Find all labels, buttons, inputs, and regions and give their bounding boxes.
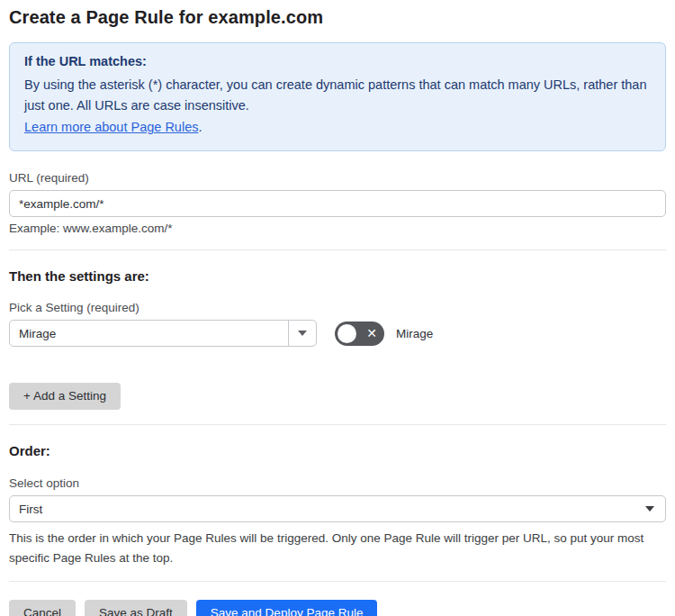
save-as-draft-button[interactable]: Save as Draft (85, 600, 187, 616)
setting-row: Mirage ✕ Mirage (9, 320, 666, 347)
order-select[interactable]: First (9, 495, 666, 522)
url-match-info-box: If the URL matches: By using the asteris… (9, 42, 666, 151)
info-box-heading: If the URL matches: (24, 54, 651, 68)
info-link-row: Learn more about Page Rules. (24, 117, 651, 138)
footer-actions: Cancel Save as Draft Save and Deploy Pag… (9, 600, 666, 616)
divider (9, 249, 666, 250)
pick-setting-label: Pick a Setting (required) (9, 301, 666, 314)
save-and-deploy-button[interactable]: Save and Deploy Page Rule (196, 600, 378, 616)
toggle-label: Mirage (396, 327, 433, 340)
url-example-text: Example: www.example.com/* (9, 222, 666, 235)
chevron-down-icon (645, 506, 654, 512)
x-icon: ✕ (362, 327, 382, 340)
order-help-text: This is the order in which your Page Rul… (9, 529, 666, 568)
mirage-toggle[interactable]: ✕ (335, 322, 384, 346)
chevron-down-icon (298, 331, 307, 336)
url-input[interactable] (9, 190, 666, 217)
divider (9, 424, 666, 425)
learn-more-link[interactable]: Learn more about Page Rules (24, 120, 198, 134)
order-section-heading: Order: (9, 443, 666, 458)
setting-select[interactable]: Mirage (9, 320, 317, 347)
toggle-knob (338, 324, 356, 343)
cancel-button[interactable]: Cancel (9, 600, 76, 616)
url-label: URL (required) (9, 171, 666, 185)
link-suffix: . (198, 120, 202, 134)
order-select-value: First (19, 503, 42, 516)
info-box-body: By using the asterisk (*) character, you… (24, 75, 651, 116)
select-option-label: Select option (9, 476, 666, 490)
setting-select-arrow-section[interactable] (288, 321, 316, 346)
divider (9, 581, 666, 582)
settings-section-heading: Then the settings are: (9, 268, 666, 284)
add-setting-button[interactable]: + Add a Setting (9, 383, 121, 410)
setting-select-value: Mirage (10, 327, 288, 340)
page-title: Create a Page Rule for example.com (9, 7, 666, 28)
